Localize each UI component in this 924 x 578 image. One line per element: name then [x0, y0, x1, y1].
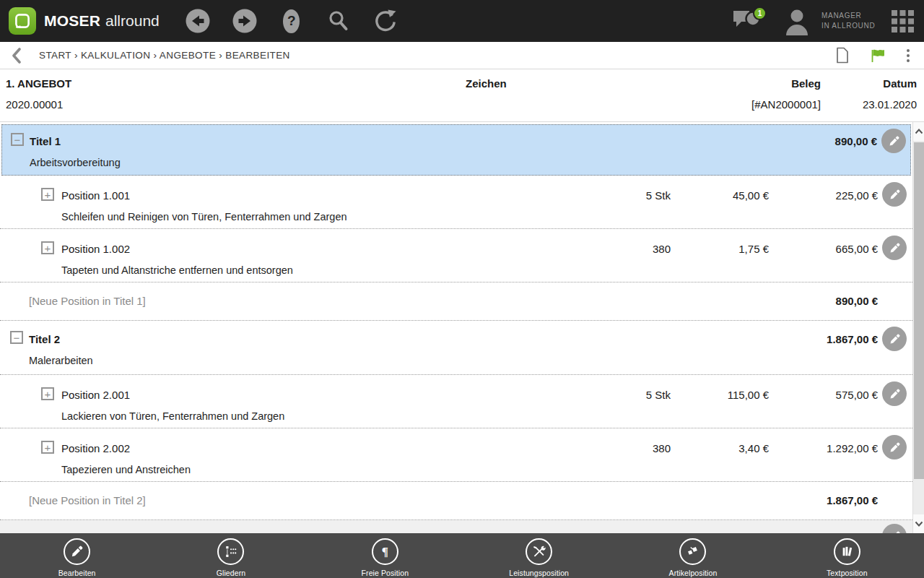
package-icon [679, 538, 706, 565]
document-button[interactable] [835, 46, 849, 65]
edit-row-button[interactable] [882, 182, 907, 207]
beleg-value: [#AN2000001] [751, 98, 821, 111]
edit-row-button[interactable] [882, 435, 907, 460]
group-row[interactable]: −Titel 1Arbeitsvorbereitung890,00 € [1, 124, 911, 176]
scrollbar-thumb[interactable] [914, 142, 924, 479]
scroll-down-button[interactable] [913, 514, 924, 533]
toolbar-item-artikelposition[interactable]: Artikelposition [616, 533, 770, 578]
row-total: 890,00 € [836, 295, 878, 307]
user-avatar-icon[interactable] [784, 7, 810, 35]
row-quantity: 5 Stk [646, 189, 671, 202]
row-total: 1.867,00 € [827, 333, 878, 345]
chevron-up-icon [915, 129, 923, 134]
row-description: Tapezieren und Anstreichen [61, 464, 191, 475]
row-title: [Neue Position in Titel 1] [29, 295, 146, 307]
toolbar-item-leistungsposition[interactable]: Leistungsposition [462, 533, 616, 578]
user-role-label: MANAGER IN ALLROUND [821, 11, 878, 31]
toolbar-item-label: Textposition [827, 569, 868, 577]
top-app-bar: MOSER allround ? [0, 0, 924, 42]
position-row[interactable]: +Position 2.002Tapezieren und Anstreiche… [0, 428, 912, 482]
row-title: Position 2.001 [61, 389, 130, 401]
row-quantity: 5 Stk [646, 389, 671, 401]
edit-row-button[interactable] [881, 129, 906, 153]
expand-icon[interactable]: + [41, 241, 54, 254]
toolbar-item-label: Freie Position [362, 569, 409, 577]
partial-row [0, 520, 912, 533]
toolbar-item-label: Leistungsposition [509, 569, 569, 577]
search-icon [328, 10, 349, 32]
edit-row-button[interactable] [882, 327, 907, 351]
document-title: 1. ANGEBOT [6, 77, 71, 90]
back-button[interactable] [186, 9, 210, 33]
datum-label: Datum [883, 77, 917, 90]
expand-icon[interactable]: + [41, 387, 54, 400]
edit-row-button[interactable] [882, 236, 907, 260]
new-position-row[interactable]: [Neue Position in Titel 2]1.867,00 € [0, 482, 912, 520]
document-header: 1. ANGEBOT 2020.00001 Zeichen Beleg [#AN… [0, 69, 924, 121]
collapse-icon[interactable]: − [11, 133, 24, 146]
user-role-line2: IN ALLROUND [821, 21, 878, 31]
messages-button[interactable]: 1 [731, 7, 765, 35]
position-row[interactable]: +Position 2.001Lackieren von Türen, Fent… [0, 375, 912, 428]
flag-button[interactable] [870, 46, 886, 65]
search-button[interactable] [326, 9, 351, 33]
brand-title: MOSER allround [44, 12, 160, 30]
question-mark-icon: ? [283, 9, 300, 33]
books-icon [834, 538, 860, 565]
grid-icon [892, 10, 914, 33]
edit-row-button[interactable] [882, 381, 907, 406]
scroll-up-button[interactable] [913, 122, 924, 141]
collapse-icon[interactable]: − [10, 331, 23, 344]
tools-icon [526, 538, 552, 565]
pencil-icon [889, 388, 901, 400]
row-title: Position 1.002 [61, 243, 130, 255]
row-title: Titel 2 [29, 333, 60, 345]
edit-row-button[interactable] [882, 524, 907, 533]
row-description: Arbeitsvorbereitung [30, 157, 121, 168]
breadcrumb: START › KALKULATION › ANGEBOTE › BEARBEI… [39, 50, 290, 61]
row-description: Tapeten und Altanstriche entfernen und e… [61, 264, 293, 276]
row-unit-price: 115,00 € [728, 389, 769, 401]
toolbar-item-gliedern[interactable]: Gliedern [154, 533, 308, 578]
toolbar-item-bearbeiten[interactable]: Bearbeiten [0, 533, 154, 578]
row-quantity: 380 [653, 442, 671, 454]
position-row[interactable]: +Position 1.002Tapeten und Altanstriche … [0, 229, 912, 282]
document-number: 2020.00001 [6, 98, 63, 111]
toolbar-item-label: Artikelposition [669, 569, 718, 577]
group-row[interactable]: −Titel 2Malerarbeiten1.867,00 € [0, 321, 912, 375]
refresh-button[interactable] [373, 9, 398, 33]
breadcrumb-bar: START › KALKULATION › ANGEBOTE › BEARBEI… [0, 42, 924, 69]
forward-button[interactable] [232, 9, 257, 33]
zeichen-label: Zeichen [466, 77, 507, 90]
outline-tree-icon [217, 538, 244, 565]
scrollbar[interactable] [912, 122, 924, 533]
beleg-label: Beleg [791, 77, 821, 90]
row-description: Lackieren von Türen, Fenterrahmen und Za… [61, 410, 284, 422]
toolbar-item-textposition[interactable]: Textposition [770, 533, 924, 578]
help-button[interactable]: ? [279, 9, 304, 33]
row-total: 225,00 € [836, 189, 878, 202]
breadcrumb-back-button[interactable] [12, 47, 25, 64]
more-menu-button[interactable] [907, 46, 910, 65]
row-quantity: 380 [653, 243, 671, 255]
row-title: Position 2.002 [61, 442, 130, 454]
pencil-icon [889, 242, 901, 254]
bottom-toolbar: BearbeitenGliedern¶Freie PositionLeistun… [0, 533, 924, 578]
pencil-icon [889, 189, 901, 201]
row-total: 665,00 € [836, 243, 878, 255]
datum-value: 23.01.2020 [863, 98, 917, 111]
row-unit-price: 3,40 € [738, 442, 769, 454]
arrow-right-icon [232, 9, 257, 33]
expand-icon[interactable]: + [41, 188, 54, 201]
row-total: 890,00 € [835, 135, 877, 147]
apps-grid-button[interactable] [891, 9, 914, 33]
row-description: Schleifen und Reinigen von Türen, Fenter… [61, 211, 347, 223]
expand-icon[interactable]: + [41, 441, 54, 454]
position-row[interactable]: +Position 1.001Schleifen und Reinigen vo… [0, 176, 912, 229]
arrow-left-icon [186, 9, 210, 33]
pilcrow-icon: ¶ [372, 538, 398, 565]
new-position-row[interactable]: [Neue Position in Titel 1]890,00 € [0, 282, 912, 321]
toolbar-item-freie-position[interactable]: ¶Freie Position [308, 533, 462, 578]
pencil-icon [889, 530, 901, 534]
row-title: [Neue Position in Titel 2] [29, 494, 146, 506]
